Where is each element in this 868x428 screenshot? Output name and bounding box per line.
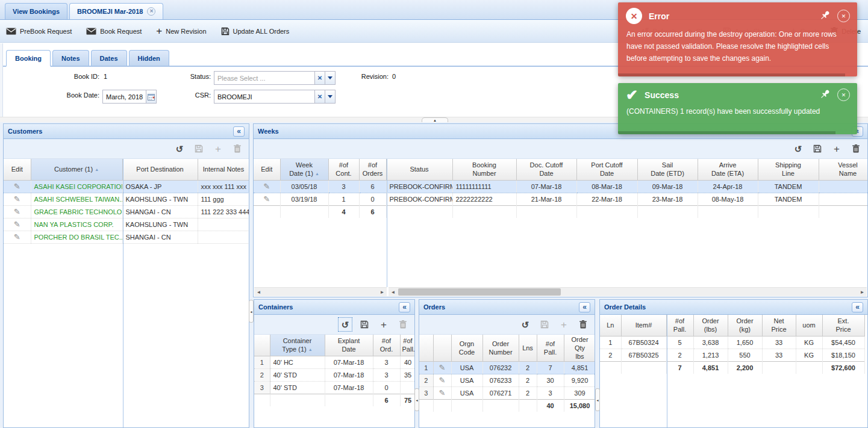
table-row[interactable]: 3✎USA07627123309	[419, 387, 595, 400]
book-date-field[interactable]: March, 2018	[102, 90, 157, 104]
edit-pencil-icon[interactable]: ✎	[439, 376, 446, 385]
refresh-icon[interactable]: ↺	[340, 319, 351, 330]
calendar-icon[interactable]	[146, 90, 156, 103]
close-icon[interactable]: ✕	[837, 88, 850, 101]
column-header-item[interactable]: Item#	[621, 315, 666, 336]
vertical-splitter-handle[interactable]: ◂	[595, 388, 600, 411]
weeks-locked-scrollbar[interactable]: ◄ ►	[254, 287, 387, 296]
column-header-shipping-line[interactable]: Shipping Line	[758, 159, 819, 180]
column-header-net-price[interactable]: Net Price	[762, 315, 796, 336]
column-header-item[interactable]	[254, 335, 270, 356]
column-header-order-lbs[interactable]: Order (lbs)	[693, 315, 728, 336]
new-revision-button[interactable]: +New Revision	[156, 28, 206, 35]
column-header-lns[interactable]: Lns	[519, 335, 537, 362]
column-header-of-ord[interactable]: #of Ord.	[373, 335, 400, 356]
table-row[interactable]: 267B5032521,21355033KG$18,150	[600, 349, 864, 361]
table-row[interactable]: 340' STD07-Mar-180	[254, 381, 414, 394]
save-icon[interactable]	[812, 143, 823, 154]
vertical-splitter-handle[interactable]: ◂	[414, 388, 419, 411]
book-request-button[interactable]: Book Request	[86, 28, 142, 35]
column-header-vessel-name[interactable]: Vessel Name	[819, 159, 867, 180]
collapse-left-icon[interactable]: «	[579, 302, 590, 312]
scrollbar-thumb[interactable]	[398, 288, 561, 296]
status-clear-icon[interactable]: ✕	[314, 72, 325, 84]
column-header-edit[interactable]: Edit	[4, 159, 31, 180]
collapse-left-icon[interactable]: «	[399, 302, 410, 312]
tab-view-bookings[interactable]: View Bookings	[5, 3, 67, 19]
column-header-sail-date-etd[interactable]: Sail Date (ETD)	[637, 159, 698, 180]
refresh-icon[interactable]: ↺	[793, 143, 804, 154]
prebook-request-button[interactable]: PreBook Request	[6, 28, 72, 35]
edit-pencil-icon[interactable]: ✎	[263, 182, 270, 191]
column-header-order-qty-lbs[interactable]: Order Qty lbs	[564, 335, 595, 362]
table-row[interactable]: 1✎USA076232274,851	[419, 362, 595, 374]
close-tab-icon[interactable]: ✕	[147, 7, 155, 16]
column-header-of-cont[interactable]: #of Cont.	[328, 159, 359, 180]
status-dropdown-icon[interactable]	[325, 72, 335, 84]
plus-icon[interactable]: +	[378, 319, 389, 330]
column-header-port-cutoff-date[interactable]: Port Cutoff Date	[576, 159, 637, 180]
column-header-booking-number[interactable]: Booking Number	[452, 159, 516, 180]
column-header-uom[interactable]: uom	[796, 315, 822, 336]
collapse-left-icon[interactable]: «	[233, 126, 245, 137]
column-header-of-pall[interactable]: #of Pall.	[400, 335, 414, 356]
trash-icon[interactable]	[851, 143, 861, 154]
tab-booking[interactable]: Booking	[6, 50, 51, 67]
weeks-horizontal-scrollbar[interactable]: ◄ ►	[389, 287, 867, 296]
edit-pencil-icon[interactable]: ✎	[14, 220, 20, 229]
column-header-ln[interactable]: Ln	[600, 315, 621, 336]
edit-pencil-icon[interactable]: ✎	[263, 194, 270, 203]
save-icon[interactable]	[359, 319, 370, 330]
vertical-splitter-handle[interactable]: ◂	[249, 300, 254, 323]
tab-broomeji-mar-2018[interactable]: BROOMEJI Mar-2018✕	[69, 3, 163, 19]
column-header-edit[interactable]: Edit	[254, 159, 280, 180]
column-header-internal-notes[interactable]: Internal Notes	[198, 159, 249, 180]
trash-icon[interactable]	[578, 319, 589, 330]
scroll-right-icon[interactable]: ►	[378, 288, 387, 296]
column-header-orgn-code[interactable]: Orgn Code	[451, 335, 482, 362]
column-header-item[interactable]	[433, 335, 451, 362]
table-row[interactable]: 140' HC07-Mar-18340	[254, 356, 414, 368]
column-header-week-date-1[interactable]: Week Date (1)▲	[280, 159, 328, 180]
collapse-left-icon[interactable]: «	[852, 302, 863, 312]
edit-pencil-icon[interactable]: ✎	[439, 363, 446, 372]
refresh-icon[interactable]: ↺	[174, 143, 185, 154]
scroll-right-icon[interactable]: ►	[858, 288, 867, 296]
table-row[interactable]: ✎PORCHER DO BRASIL TEC....SHANGAI - CN	[4, 231, 249, 243]
edit-pencil-icon[interactable]: ✎	[14, 194, 20, 203]
column-header-customer-1[interactable]: Customer (1)▲	[31, 159, 122, 180]
column-header-ext-price[interactable]: Ext. Price	[822, 315, 864, 336]
column-header-status[interactable]: Status	[386, 159, 452, 180]
edit-pencil-icon[interactable]: ✎	[14, 182, 20, 191]
table-row[interactable]: ✎03/05/1836PREBOOK-CONFIRM1111111111107-…	[254, 180, 867, 193]
status-combo[interactable]: Please Select ... ✕	[214, 71, 336, 85]
tab-dates[interactable]: Dates	[91, 50, 127, 66]
tab-notes[interactable]: Notes	[52, 50, 89, 66]
table-row[interactable]: ✎NAN YA PLASTICS CORP.KAOHSLUNG - TWN	[4, 218, 249, 231]
edit-pencil-icon[interactable]: ✎	[439, 388, 446, 397]
column-header-arrive-date-eta[interactable]: Arrive Date (ETA)	[698, 159, 758, 180]
column-header-of-pall[interactable]: #of Pall.	[537, 335, 564, 362]
column-header-order-number[interactable]: Order Number	[482, 335, 519, 362]
refresh-icon[interactable]: ↺	[520, 319, 531, 330]
scroll-left-icon[interactable]: ◄	[254, 288, 263, 296]
scroll-left-icon[interactable]: ◄	[389, 288, 398, 296]
csr-clear-icon[interactable]: ✕	[314, 90, 325, 103]
pin-icon[interactable]	[819, 88, 831, 101]
close-icon[interactable]: ✕	[837, 10, 850, 22]
column-header-order-kg[interactable]: Order (kg)	[728, 315, 762, 336]
column-header-container-type-1[interactable]: Container Type (1)▲	[270, 335, 325, 356]
column-header-of-pall[interactable]: #of Pall.	[666, 315, 693, 336]
edit-pencil-icon[interactable]: ✎	[14, 232, 20, 241]
column-header-item[interactable]	[419, 335, 433, 362]
table-row[interactable]: 240' STD07-Mar-18335	[254, 368, 414, 381]
edit-pencil-icon[interactable]: ✎	[14, 207, 20, 216]
table-row[interactable]: 2✎USA0762332309,920	[419, 374, 595, 387]
column-header-doc-cutoff-date[interactable]: Doc. Cutoff Date	[516, 159, 576, 180]
table-row[interactable]: ✎ASAHI KASEI CORPORATIONOSAKA - JPxxx xx…	[4, 180, 249, 193]
csr-combo[interactable]: BROOMEJI ✕	[214, 90, 336, 104]
column-header-explant-date[interactable]: Explant Date	[325, 335, 373, 356]
tab-hidden[interactable]: Hidden	[129, 50, 169, 66]
update-all-orders-button[interactable]: Update ALL Orders	[221, 27, 290, 36]
column-header-port-destination[interactable]: Port Destination	[122, 159, 198, 180]
